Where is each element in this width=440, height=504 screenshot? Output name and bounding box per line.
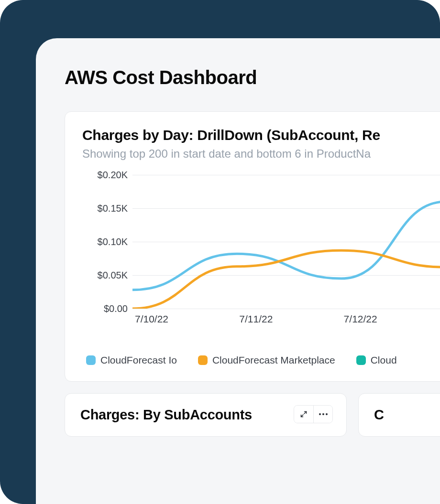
line-chart: $0.00$0.05K$0.10K$0.15K$0.20K 7/10/227/1… — [82, 175, 440, 328]
series-line — [132, 250, 440, 309]
outer-frame: AWS Cost Dashboard Charges by Day: Drill… — [0, 0, 440, 504]
legend: CloudForecast IoCloudForecast Marketplac… — [82, 354, 440, 366]
card-subtitle: Showing top 200 in start date and bottom… — [82, 147, 440, 161]
y-tick: $0.15K — [82, 203, 128, 214]
legend-label: Cloud — [371, 354, 397, 366]
y-tick: $0.10K — [82, 236, 128, 247]
more-icon — [319, 413, 328, 415]
charges-by-day-card: Charges by Day: DrillDown (SubAccount, R… — [65, 111, 440, 382]
more-button[interactable] — [313, 406, 332, 423]
y-tick: $0.20K — [82, 170, 128, 181]
legend-label: CloudForecast Marketplace — [212, 354, 335, 366]
legend-swatch — [198, 355, 208, 365]
x-tick: 7/11/22 — [239, 313, 273, 325]
expand-button[interactable] — [294, 406, 313, 423]
card-row: Charges: By SubAccounts C — [65, 393, 440, 437]
legend-swatch — [356, 355, 366, 365]
x-tick: 7/12/22 — [344, 313, 377, 325]
legend-label: CloudForecast Io — [100, 354, 177, 366]
legend-item[interactable]: Cloud — [356, 354, 397, 366]
gridline — [132, 309, 440, 309]
card-actions — [294, 405, 333, 423]
x-tick: 7/10/22 — [135, 313, 168, 325]
y-tick: $0.00 — [82, 303, 128, 314]
legend-item[interactable]: CloudForecast Marketplace — [198, 354, 335, 366]
legend-swatch — [86, 355, 96, 365]
series-line — [132, 202, 440, 290]
x-axis: 7/10/227/11/227/12/22 — [132, 313, 440, 328]
charges-by-subaccounts-card: Charges: By SubAccounts — [65, 393, 347, 437]
y-tick: $0.05K — [82, 270, 128, 281]
expand-icon — [300, 410, 308, 418]
legend-item[interactable]: CloudForecast Io — [86, 354, 177, 366]
secondary-card: C — [358, 393, 440, 437]
plot-area — [132, 175, 440, 309]
card-title: C — [374, 407, 440, 423]
card-title: Charges by Day: DrillDown (SubAccount, R… — [82, 127, 440, 143]
y-axis: $0.00$0.05K$0.10K$0.15K$0.20K — [82, 175, 128, 309]
dashboard-panel: AWS Cost Dashboard Charges by Day: Drill… — [36, 38, 440, 504]
page-title: AWS Cost Dashboard — [65, 67, 440, 88]
